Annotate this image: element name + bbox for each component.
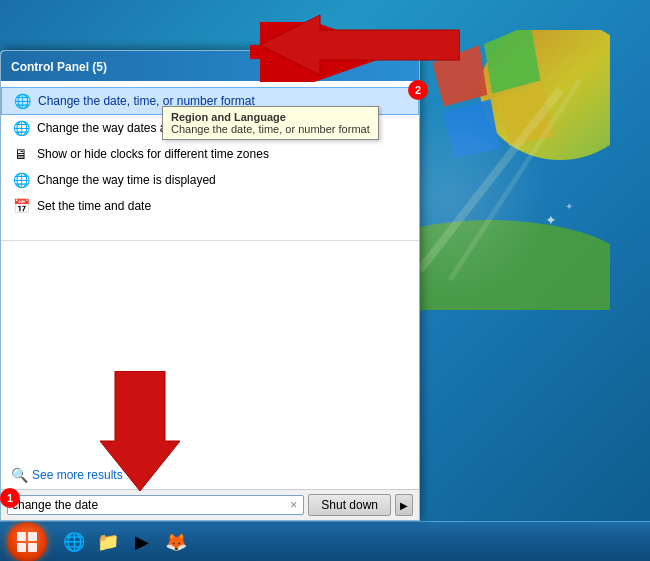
badge-1: 1	[0, 488, 20, 508]
firefox-icon[interactable]: 🦊	[160, 526, 192, 558]
taskbar-pinned-icons: 🌐 📁 ▶ 🦊	[54, 526, 196, 558]
media-player-icon[interactable]: ▶	[126, 526, 158, 558]
start-button[interactable]	[0, 522, 54, 562]
control-panel-results: 🌐 Change the date, time, or number forma…	[1, 81, 419, 241]
cp-item-3[interactable]: 🖥 Show or hide clocks for different time…	[1, 141, 419, 167]
svg-rect-9	[17, 532, 26, 541]
svg-rect-12	[28, 543, 37, 552]
shutdown-button[interactable]: Shut down	[308, 494, 391, 516]
windows-orb-icon	[16, 531, 38, 553]
ie-icon[interactable]: 🌐	[58, 526, 90, 558]
red-arrow-down	[100, 371, 180, 491]
cp-item-5-icon: 📅	[11, 196, 31, 216]
cp-item-1[interactable]: 🌐 Change the date, time, or number forma…	[1, 87, 419, 115]
search-input[interactable]	[12, 498, 288, 512]
cp-item-4-text: Change the way time is displayed	[37, 173, 216, 187]
svg-rect-10	[28, 532, 37, 541]
cp-item-4-icon: 🌐	[11, 170, 31, 190]
svg-text:✦: ✦	[565, 201, 573, 212]
desktop: ✦ ✦ Control Panel (5) 🌐 Change the date,…	[0, 0, 650, 561]
svg-rect-11	[17, 543, 26, 552]
shutdown-label: Shut down	[321, 498, 378, 512]
search-bar: 1 × Shut down ▶	[1, 489, 419, 520]
folder-icon[interactable]: 📁	[92, 526, 124, 558]
tooltip-line1: Region and Language	[171, 111, 370, 123]
cp-item-5-text: Set the time and date	[37, 199, 151, 213]
shutdown-arrow-icon: ▶	[400, 500, 408, 511]
badge-2: 2	[408, 80, 428, 100]
svg-marker-8	[100, 371, 180, 491]
cp-item-3-text: Show or hide clocks for different time z…	[37, 147, 269, 161]
shutdown-arrow-button[interactable]: ▶	[395, 494, 413, 516]
start-menu: Control Panel (5) 🌐 Change the date, tim…	[0, 50, 420, 521]
tooltip-popup: Region and Language Change the date, tim…	[162, 106, 379, 140]
svg-marker-7	[260, 15, 460, 75]
empty-results-section	[1, 241, 419, 461]
control-panel-title: Control Panel (5)	[11, 60, 107, 74]
search-input-wrapper[interactable]: 1 ×	[7, 495, 304, 515]
cp-item-3-icon: 🖥	[11, 144, 31, 164]
taskbar: 🌐 📁 ▶ 🦊	[0, 521, 650, 561]
see-more-results[interactable]: 🔍 See more results	[1, 461, 419, 489]
cp-item-2-icon: 🌐	[11, 118, 31, 138]
red-arrow-to-item	[260, 10, 460, 80]
cp-item-1-icon: 🌐	[12, 91, 32, 111]
search-clear-button[interactable]: ×	[288, 498, 299, 512]
tooltip-line2: Change the date, time, or number format	[171, 123, 370, 135]
search-small-icon: 🔍	[11, 467, 28, 483]
cp-item-5[interactable]: 📅 Set the time and date	[1, 193, 419, 219]
cp-item-4[interactable]: 🌐 Change the way time is displayed	[1, 167, 419, 193]
start-orb[interactable]	[7, 522, 47, 562]
